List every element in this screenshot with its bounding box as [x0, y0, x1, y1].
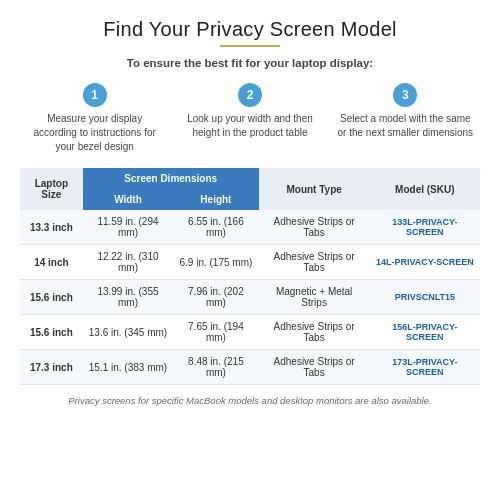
- col-width: Width: [83, 189, 173, 210]
- table-row: 14 inch 12.22 in. (310 mm) 6.9 in. (175 …: [20, 245, 480, 280]
- table-row: 15.6 inch 13.99 in. (355 mm) 7.96 in. (2…: [20, 280, 480, 315]
- cell-width: 13.99 in. (355 mm): [83, 280, 173, 315]
- table-row: 15.6 inch 13.6 in. (345 mm) 7.65 in. (19…: [20, 315, 480, 350]
- col-model-sku: Model (SKU): [370, 168, 480, 210]
- col-mount-type: Mount Type: [259, 168, 370, 210]
- step-2-circle: 2: [238, 83, 262, 107]
- cell-width: 11.59 in. (294 mm): [83, 210, 173, 245]
- step-3: 3 Select a model with the same or the ne…: [336, 83, 474, 154]
- step-1: 1 Measure your display according to inst…: [26, 83, 164, 154]
- cell-height: 7.65 in. (194 mm): [173, 315, 258, 350]
- cell-height: 8.48 in. (215 mm): [173, 350, 258, 385]
- col-screen-dimensions: Screen Dimensions: [83, 168, 259, 189]
- cell-model: PRIVSCNLT15: [370, 280, 480, 315]
- cell-model: 14L-PRIVACY-SCREEN: [370, 245, 480, 280]
- cell-size: 15.6 inch: [20, 280, 83, 315]
- cell-size: 14 inch: [20, 245, 83, 280]
- cell-mount: Adhesive Strips or Tabs: [259, 315, 370, 350]
- cell-width: 12.22 in. (310 mm): [83, 245, 173, 280]
- cell-mount: Adhesive Strips or Tabs: [259, 245, 370, 280]
- step-3-circle: 3: [393, 83, 417, 107]
- step-2: 2 Look up your width and then height in …: [181, 83, 319, 154]
- cell-width: 15.1 in. (383 mm): [83, 350, 173, 385]
- cell-height: 7.96 in. (202 mm): [173, 280, 258, 315]
- table-row: 17.3 inch 15.1 in. (383 mm) 8.48 in. (21…: [20, 350, 480, 385]
- cell-height: 6.55 in. (166 mm): [173, 210, 258, 245]
- cell-mount: Adhesive Strips or Tabs: [259, 350, 370, 385]
- col-height: Height: [173, 189, 258, 210]
- cell-model: 133L-PRIVACY-SCREEN: [370, 210, 480, 245]
- col-laptop-size: Laptop Size: [20, 168, 83, 210]
- cell-width: 13.6 in. (345 mm): [83, 315, 173, 350]
- product-table: Laptop Size Screen Dimensions Mount Type…: [20, 168, 480, 385]
- subtitle: To ensure the best fit for your laptop d…: [20, 57, 480, 69]
- table-row: 13.3 inch 11.59 in. (294 mm) 6.55 in. (1…: [20, 210, 480, 245]
- cell-size: 13.3 inch: [20, 210, 83, 245]
- cell-model: 173L-PRIVACY-SCREEN: [370, 350, 480, 385]
- cell-model: 156L-PRIVACY-SCREEN: [370, 315, 480, 350]
- step-3-text: Select a model with the same or the next…: [336, 112, 474, 140]
- cell-size: 15.6 inch: [20, 315, 83, 350]
- step-1-circle: 1: [83, 83, 107, 107]
- step-2-text: Look up your width and then height in th…: [181, 112, 319, 140]
- step-1-text: Measure your display according to instru…: [26, 112, 164, 154]
- cell-size: 17.3 inch: [20, 350, 83, 385]
- footer-note: Privacy screens for specific MacBook mod…: [20, 395, 480, 406]
- cell-mount: Adhesive Strips or Tabs: [259, 210, 370, 245]
- cell-mount: Magnetic + Metal Strips: [259, 280, 370, 315]
- title-underline: [220, 45, 280, 47]
- steps-row: 1 Measure your display according to inst…: [20, 83, 480, 154]
- page-title: Find Your Privacy Screen Model: [20, 18, 480, 41]
- cell-height: 6.9 in. (175 mm): [173, 245, 258, 280]
